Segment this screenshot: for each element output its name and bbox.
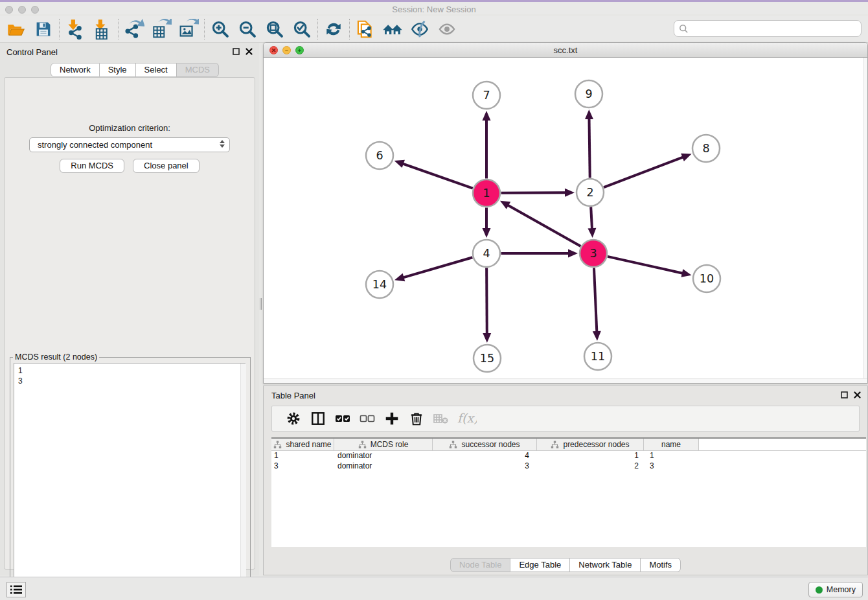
zoom-in-icon[interactable] [207, 17, 234, 41]
edge-2-8[interactable] [604, 154, 692, 187]
tab-select[interactable]: Select [136, 63, 177, 77]
table-cell[interactable]: 2 [537, 461, 644, 472]
column-header-predecessor-nodes[interactable]: predecessor nodes [537, 439, 644, 450]
tree-icon [449, 441, 457, 449]
open-session-icon[interactable] [3, 17, 30, 41]
tab-network[interactable]: Network [51, 63, 100, 77]
table-cell[interactable]: dominator [334, 461, 433, 472]
column-header-MCDS-role[interactable]: MCDS role [334, 439, 433, 450]
list-icon [10, 584, 23, 595]
tab-mcds[interactable]: MCDS [177, 63, 219, 77]
window-titlebar: Session: New Session [0, 0, 868, 14]
edge-4-3[interactable] [501, 249, 578, 258]
edge-1-6[interactable] [394, 160, 473, 189]
table-row[interactable]: 1dominator411 [271, 451, 866, 461]
delete-column-icon[interactable] [404, 408, 429, 430]
table-cell[interactable]: 3 [433, 461, 537, 472]
result-scrollbar[interactable] [240, 363, 246, 593]
canvas-vertical-scrollbar[interactable] [863, 58, 867, 379]
table-row[interactable]: 3dominator323 [271, 461, 866, 472]
float-panel-icon[interactable] [233, 48, 240, 55]
table-cell[interactable]: 3 [271, 461, 334, 472]
float-table-panel-icon[interactable] [841, 391, 848, 398]
toggle-birdseye-icon[interactable] [406, 17, 433, 41]
edge-1-7[interactable] [483, 111, 491, 179]
tab-motifs[interactable]: Motifs [641, 558, 681, 572]
column-header-shared-name[interactable]: shared name [271, 439, 334, 450]
node-15[interactable]: 15 [474, 345, 501, 372]
svg-text:10: 10 [700, 272, 714, 285]
node-11[interactable]: 11 [584, 343, 611, 370]
splitter-handle-vertical[interactable] [259, 298, 262, 310]
refresh-layout-icon[interactable] [320, 17, 347, 41]
close-panel-icon[interactable] [246, 48, 253, 55]
mcds-panel: Optimization criterion: strongly connect… [4, 77, 255, 570]
table-cell[interactable]: 1 [537, 451, 644, 461]
node-10[interactable]: 10 [693, 265, 720, 292]
status-bar: Memory [0, 577, 868, 600]
deselect-all-icon[interactable] [355, 408, 380, 430]
edge-1-4[interactable] [483, 208, 491, 238]
edge-2-9[interactable] [585, 110, 593, 178]
search-input[interactable] [692, 22, 861, 35]
zoom-fit-icon[interactable] [261, 17, 288, 41]
svg-text:2: 2 [586, 186, 593, 199]
edge-4-15[interactable] [483, 268, 491, 343]
split-view-icon[interactable] [306, 408, 330, 430]
node-6[interactable]: 6 [366, 142, 393, 169]
table-cell[interactable]: 4 [433, 451, 537, 461]
clone-network-icon[interactable] [352, 17, 379, 41]
zoom-selected-icon[interactable] [288, 17, 315, 41]
network-canvas[interactable]: 1234678910111415 [264, 58, 867, 379]
canvas-horizontal-scrollbar[interactable] [264, 378, 867, 383]
optimization-criterion-select[interactable]: strongly connected component [29, 137, 230, 152]
column-settings-icon[interactable] [281, 408, 306, 430]
table-cell[interactable]: 3 [644, 461, 699, 472]
select-all-icon[interactable] [330, 408, 355, 430]
node-3[interactable]: 3 [580, 240, 607, 267]
tab-network-table[interactable]: Network Table [570, 558, 641, 572]
toolbar-separator [204, 19, 205, 40]
tab-node-table[interactable]: Node Table [450, 558, 511, 572]
table-cell[interactable]: 1 [271, 451, 334, 461]
node-8[interactable]: 8 [692, 135, 720, 162]
node-4[interactable]: 4 [473, 240, 500, 267]
edge-2-3[interactable] [588, 207, 596, 238]
column-header-name[interactable]: name [644, 439, 699, 450]
tab-edge-table[interactable]: Edge Table [510, 558, 570, 572]
search-box[interactable] [674, 20, 862, 37]
svg-text:6: 6 [376, 149, 383, 162]
close-table-panel-icon[interactable] [854, 391, 861, 398]
edge-1-2[interactable] [501, 189, 575, 197]
export-image-icon[interactable] [175, 17, 202, 41]
table-cell[interactable]: dominator [334, 451, 433, 461]
save-session-icon[interactable] [30, 17, 57, 41]
memory-button[interactable]: Memory [808, 582, 863, 597]
network-window-titlebar[interactable]: ✕ − + scc.txt [264, 43, 867, 58]
node-1[interactable]: 1 [473, 179, 500, 207]
node-14[interactable]: 14 [366, 271, 393, 298]
add-column-icon[interactable] [380, 408, 404, 430]
task-history-button[interactable] [6, 582, 26, 597]
close-panel-button[interactable]: Close panel [133, 159, 200, 173]
node-2[interactable]: 2 [577, 179, 604, 206]
tab-style[interactable]: Style [100, 63, 136, 77]
edge-3-10[interactable] [608, 257, 692, 277]
edge-3-11[interactable] [593, 268, 601, 341]
zoom-out-icon[interactable] [234, 17, 261, 41]
node-7[interactable]: 7 [473, 82, 500, 109]
export-network-icon[interactable] [120, 17, 148, 41]
node-9[interactable]: 9 [575, 80, 602, 108]
run-mcds-button[interactable]: Run MCDS [60, 159, 124, 173]
edge-4-14[interactable] [394, 257, 472, 281]
import-network-icon[interactable] [62, 17, 89, 41]
edge-3-1[interactable] [500, 201, 580, 246]
node-table: shared nameMCDS rolesuccessor nodesprede… [271, 437, 866, 547]
home-icon[interactable] [379, 17, 406, 41]
mcds-result-list[interactable]: 1 3 [14, 363, 246, 594]
table-cell[interactable]: 1 [644, 451, 699, 461]
toolbar-separator [118, 19, 119, 40]
column-header-successor-nodes[interactable]: successor nodes [433, 439, 537, 450]
import-table-icon[interactable] [89, 17, 116, 41]
export-table-icon[interactable] [148, 17, 175, 41]
